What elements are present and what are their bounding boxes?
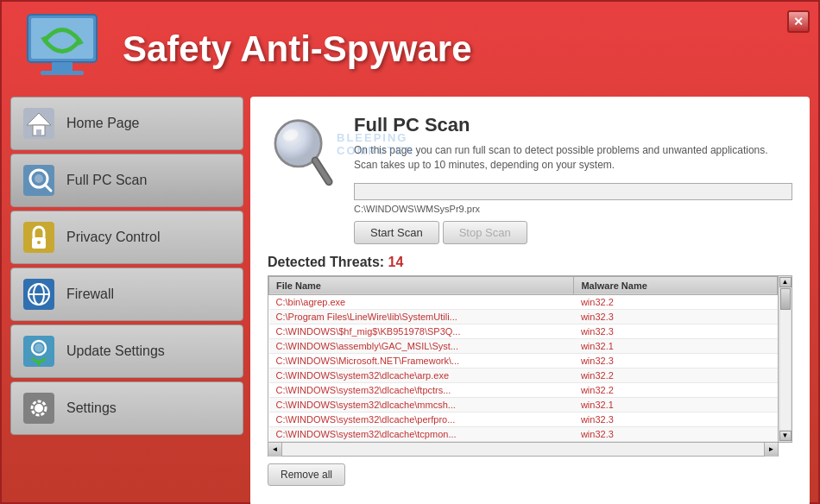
scan-buttons: Start Scan Stop Scan [354, 221, 792, 244]
sidebar-label-firewall: Firewall [66, 287, 114, 302]
cell-malware: win32.2 [574, 294, 778, 309]
svg-rect-3 [41, 71, 84, 75]
sidebar-item-home[interactable]: Home Page [10, 97, 243, 150]
scan-icon [22, 163, 56, 198]
remove-all-button[interactable]: Remove all [268, 463, 345, 486]
sidebar-label-update: Update Settings [66, 343, 165, 359]
scroll-down-button[interactable]: ▼ [779, 431, 792, 441]
cell-malware: win32.3 [574, 353, 778, 368]
download-icon [22, 334, 56, 369]
app-title: Safety Anti-Spyware [123, 28, 472, 70]
svg-point-16 [37, 241, 41, 244]
table-row[interactable]: C:\WINDOWS\system32\dlcache\perfpro...wi… [269, 412, 778, 426]
cell-filename: C:\WINDOWS\assembly\GAC_MSIL\Syst... [269, 338, 574, 353]
table-row[interactable]: C:\WINDOWS\system32\dlcache\ftpctrs...wi… [269, 382, 778, 397]
threats-table: File Name Malware Name C:\bin\agrep.exew… [268, 276, 778, 442]
main-window: Safety Anti-Spyware ✕ Home Page [0, 0, 820, 504]
sidebar-label-settings: Settings [66, 400, 117, 416]
threats-table-inner: File Name Malware Name C:\bin\agrep.exew… [268, 276, 778, 442]
stop-scan-button[interactable]: Stop Scan [443, 221, 527, 244]
cell-filename: C:\WINDOWS\system32\dlcache\ftpctrs... [269, 382, 574, 397]
table-row[interactable]: C:\Program Files\LineWire\lib\SystemUtil… [269, 309, 778, 324]
cell-malware: win32.3 [574, 324, 778, 338]
sidebar-item-settings[interactable]: Settings [10, 381, 243, 435]
cell-filename: C:\Program Files\LineWire\lib\SystemUtil… [269, 309, 574, 324]
horizontal-scrollbar: ◄ ► [268, 443, 779, 457]
magnifier-icon [268, 114, 337, 192]
col-filename: File Name [269, 276, 574, 294]
content-area: Home Page Full PC Scan [10, 97, 810, 504]
magnifier-area: BLEEPING COMPUTER [268, 114, 345, 195]
scroll-track [780, 288, 791, 430]
cell-filename: C:\WINDOWS\system32\dlcache\arp.exe [269, 368, 574, 382]
cell-malware: win32.3 [574, 412, 778, 426]
cell-filename: C:\WINDOWS\system32\dlcache\mmcsh... [269, 397, 574, 412]
threats-section: Detected Threats: 14 File Name Malware N… [268, 255, 792, 486]
cell-filename: C:\WINDOWS\$hf_mig$\KB951978\SP3Q... [269, 324, 574, 338]
table-row[interactable]: C:\WINDOWS\system32\dlcache\tcpmon...win… [269, 426, 778, 441]
scroll-up-button[interactable]: ▲ [779, 277, 792, 287]
start-scan-button[interactable]: Start Scan [354, 221, 439, 244]
svg-point-26 [35, 404, 43, 413]
h-scroll-track [282, 443, 764, 456]
sidebar-label-fullscan: Full PC Scan [66, 173, 147, 188]
gear-icon [22, 391, 56, 425]
cell-malware: win32.2 [574, 368, 778, 382]
svg-point-23 [35, 343, 43, 352]
col-malware: Malware Name [574, 276, 778, 294]
cell-malware: win32.1 [574, 338, 778, 353]
cell-filename: C:\WINDOWS\system32\dlcache\perfpro... [269, 412, 574, 426]
cell-malware: win32.2 [574, 382, 778, 397]
globe-icon [22, 277, 56, 312]
svg-point-12 [35, 174, 43, 183]
svg-rect-2 [52, 62, 73, 71]
threats-count: 14 [388, 255, 404, 269]
close-button[interactable]: ✕ [787, 10, 810, 33]
cell-malware: win32.3 [574, 426, 778, 441]
sidebar-item-update[interactable]: Update Settings [10, 324, 243, 378]
sidebar-item-privacy[interactable]: Privacy Control [10, 211, 243, 264]
progress-path: C:\WINDOWS\WMSysPr9.prx [354, 204, 792, 214]
cell-malware: win32.1 [574, 397, 778, 412]
threats-table-wrapper: File Name Malware Name C:\bin\agrep.exew… [268, 275, 792, 443]
scan-header: BLEEPING COMPUTER Full PC Scan On this p… [268, 114, 792, 255]
progress-area: C:\WINDOWS\WMSysPr9.prx [354, 183, 792, 214]
sidebar: Home Page Full PC Scan [10, 97, 243, 504]
table-row[interactable]: C:\WINDOWS\system32\dlcache\mmcsh...win3… [269, 397, 778, 412]
panel-description: On this page you can run full scan to de… [354, 143, 792, 173]
scroll-thumb[interactable] [780, 288, 791, 310]
table-row[interactable]: C:\WINDOWS\system32\dlcache\arp.exewin32… [269, 368, 778, 382]
svg-rect-9 [36, 129, 41, 135]
sidebar-label-privacy: Privacy Control [66, 230, 160, 245]
table-row[interactable]: C:\WINDOWS\$hf_mig$\KB951978\SP3Q...win3… [269, 324, 778, 338]
scroll-left-button[interactable]: ◄ [268, 443, 282, 457]
scan-info: Full PC Scan On this page you can run fu… [354, 114, 792, 255]
sidebar-label-home: Home Page [66, 116, 140, 131]
cell-filename: C:\bin\agrep.exe [269, 294, 574, 309]
table-row[interactable]: C:\bin\agrep.exewin32.2 [269, 294, 778, 309]
home-icon [22, 106, 56, 141]
sidebar-item-fullscan[interactable]: Full PC Scan [10, 154, 243, 207]
svg-line-31 [315, 161, 329, 182]
header: Safety Anti-Spyware ✕ [2, 2, 818, 97]
threats-header: Detected Threats: 14 [268, 255, 792, 270]
table-row[interactable]: C:\WINDOWS\assembly\GAC_MSIL\Syst...win3… [269, 338, 778, 353]
cell-filename: C:\WINDOWS\Microsoft.NET\Framework\... [269, 353, 574, 368]
vertical-scrollbar[interactable]: ▲ ▼ [778, 276, 792, 442]
cell-malware: win32.3 [574, 309, 778, 324]
table-row[interactable]: C:\WINDOWS\Microsoft.NET\Framework\...wi… [269, 353, 778, 368]
panel-title: Full PC Scan [354, 114, 792, 136]
cell-filename: C:\WINDOWS\system32\dlcache\tcpmon... [269, 426, 574, 441]
app-logo [19, 10, 105, 88]
scroll-right-button[interactable]: ► [764, 443, 778, 457]
sidebar-item-firewall[interactable]: Firewall [10, 268, 243, 321]
main-panel: BLEEPING COMPUTER Full PC Scan On this p… [250, 97, 810, 504]
progress-bar-container [354, 183, 792, 200]
lock-icon [22, 220, 56, 255]
